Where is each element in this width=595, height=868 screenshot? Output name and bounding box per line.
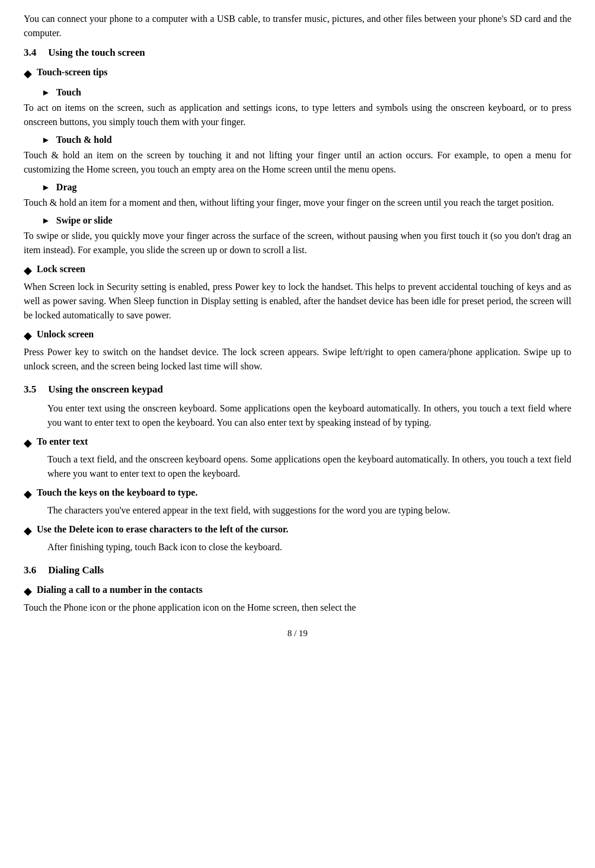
touch-subheading-row: ► Touch — [41, 85, 571, 100]
touchscreen-tips-bullet: ◆ Touch-screen tips — [24, 65, 571, 82]
arrow-icon-drag: ► — [41, 181, 50, 194]
swipe-subheading-row: ► Swipe or slide — [41, 213, 571, 228]
drag-body: Touch & hold an item for a moment and th… — [24, 196, 571, 210]
unlockscreen-body: Press Power key to switch on the handset… — [24, 345, 571, 374]
toentertext-title: To enter text — [37, 435, 88, 449]
section-34-heading: 3.4 Using the touch screen — [24, 45, 571, 60]
toentertext-bullet: ◆ To enter text — [24, 435, 571, 451]
lockscreen-body: When Screen lock in Security setting is … — [24, 280, 571, 323]
intro-para: You can connect your phone to a computer… — [24, 12, 571, 40]
unlockscreen-bullet: ◆ Unlock screen — [24, 327, 571, 344]
dialingcontact-title: Dialing a call to a number in the contac… — [37, 583, 203, 597]
touch-body: To act on items on the screen, such as a… — [24, 101, 571, 129]
section-36-heading: 3.6 Dialing Calls — [24, 563, 571, 578]
page-footer: 8 / 19 — [24, 627, 571, 640]
lockscreen-title: Lock screen — [37, 262, 85, 276]
touch-subheading: Touch — [56, 85, 81, 100]
arrow-icon-swipe: ► — [41, 214, 50, 228]
toentertext-body: Touch a text field, and the onscreen key… — [47, 452, 571, 481]
section-36-number: 3.6 — [24, 563, 36, 578]
section-35-heading: 3.5 Using the onscreen keypad — [24, 382, 571, 397]
page-content: You can connect your phone to a computer… — [24, 12, 571, 640]
diamond-icon-5: ◆ — [24, 486, 32, 502]
diamond-icon-7: ◆ — [24, 583, 32, 599]
drag-subheading-row: ► Drag — [41, 180, 571, 194]
section-35-title: Using the onscreen keypad — [48, 382, 163, 397]
touchhold-subheading: Touch & hold — [56, 133, 112, 147]
deleteicon-title: Use the Delete icon to erase characters … — [37, 522, 289, 537]
deleteicon-bullet: ◆ Use the Delete icon to erase character… — [24, 522, 571, 539]
unlockscreen-title: Unlock screen — [37, 327, 94, 342]
arrow-icon-touch: ► — [41, 86, 50, 100]
section-35-number: 3.5 — [24, 382, 36, 397]
touchkeys-bullet: ◆ Touch the keys on the keyboard to type… — [24, 486, 571, 502]
deleteicon-body: After finishing typing, touch Back icon … — [47, 540, 571, 554]
arrow-icon-touchhold: ► — [41, 133, 50, 147]
touchscreen-tips-title: Touch-screen tips — [37, 65, 108, 79]
diamond-icon-1: ◆ — [24, 66, 32, 82]
touchhold-body: Touch & hold an item on the screen by to… — [24, 148, 571, 177]
touchkeys-title: Touch the keys on the keyboard to type. — [37, 486, 197, 500]
diamond-icon-3: ◆ — [24, 328, 32, 344]
lockscreen-bullet: ◆ Lock screen — [24, 262, 571, 279]
touchkeys-body: The characters you've entered appear in … — [47, 503, 571, 518]
dialingcontact-bullet: ◆ Dialing a call to a number in the cont… — [24, 583, 571, 599]
diamond-icon-2: ◆ — [24, 263, 32, 279]
drag-subheading: Drag — [56, 180, 77, 194]
section-34-number: 3.4 — [24, 45, 36, 60]
section-36-title: Dialing Calls — [48, 563, 104, 578]
dialingcontact-body: Touch the Phone icon or the phone applic… — [24, 601, 571, 615]
section-34-title: Using the touch screen — [48, 45, 145, 60]
diamond-icon-4: ◆ — [24, 435, 32, 451]
diamond-icon-6: ◆ — [24, 523, 32, 539]
touchhold-subheading-row: ► Touch & hold — [41, 133, 571, 147]
swipe-subheading: Swipe or slide — [56, 213, 113, 228]
page-number: 8 / 19 — [287, 628, 308, 638]
swipe-body: To swipe or slide, you quickly move your… — [24, 229, 571, 257]
section35-intro: You enter text using the onscreen keyboa… — [47, 401, 571, 430]
